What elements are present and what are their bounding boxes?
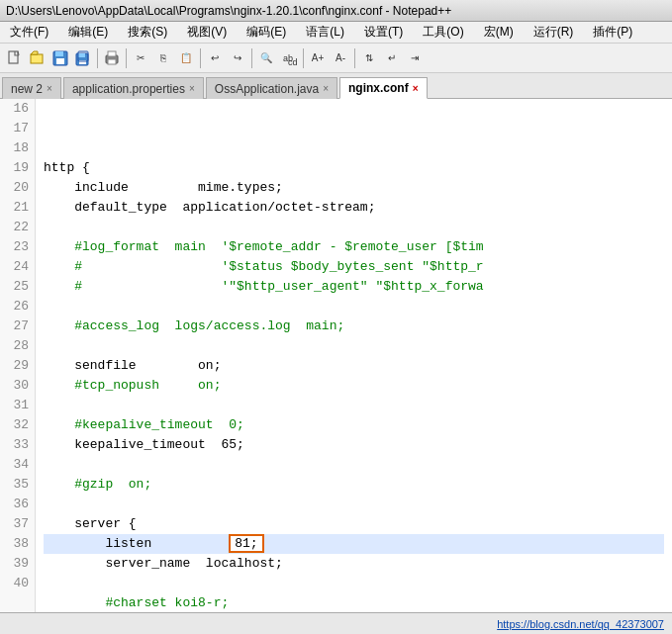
line-number: 33	[6, 435, 29, 455]
line-number: 24	[6, 257, 29, 277]
svg-rect-13	[108, 59, 116, 64]
line-number: 40	[6, 574, 29, 593]
tab[interactable]: OssApplication.java×	[206, 77, 337, 99]
line-number: 20	[6, 178, 29, 198]
svg-rect-12	[108, 51, 116, 56]
code-line: #tcp_nopush on;	[44, 376, 664, 396]
line-number: 23	[6, 237, 29, 257]
save-all-button[interactable]	[72, 47, 94, 69]
line-number: 37	[6, 514, 29, 534]
code-line: http {	[44, 158, 664, 178]
tab-close-btn[interactable]: ×	[47, 83, 52, 94]
toolbar-sep-1	[97, 48, 98, 68]
tab-close-btn[interactable]: ×	[189, 83, 195, 94]
code-line: #access_log logs/access.log main;	[44, 317, 664, 336]
paste-button[interactable]: 📋	[175, 47, 197, 69]
toolbar-sep-2	[126, 48, 127, 68]
title-text: D:\Users\Lenovo\AppData\Local\Programs\n…	[6, 4, 451, 18]
zoom-out-button[interactable]: A-	[330, 47, 351, 69]
wrap-button[interactable]: ↵	[381, 47, 403, 69]
find-button[interactable]: 🔍	[255, 47, 277, 69]
line-number: 28	[6, 336, 29, 356]
line-number: 18	[6, 138, 29, 158]
code-line	[44, 297, 664, 317]
print-button[interactable]	[101, 47, 123, 69]
toolbar: ✂ ⎘ 📋 ↩ ↪ 🔍 abcd A+ A- ⇅ ↵ ⇥	[0, 44, 672, 73]
tab-close-btn[interactable]: ×	[323, 83, 329, 94]
undo-button[interactable]: ↩	[204, 47, 226, 69]
code-line	[44, 495, 664, 514]
status-bar: https://blog.csdn.net/qq_42373007	[0, 612, 672, 634]
open-button[interactable]	[27, 47, 48, 69]
code-line: #charset koi8-r;	[44, 593, 664, 612]
line-number: 31	[6, 396, 29, 415]
code-line	[44, 218, 664, 237]
zoom-in-button[interactable]: A+	[307, 47, 329, 69]
code-line: server {	[44, 514, 664, 534]
svg-rect-8	[78, 53, 85, 57]
line-number: 26	[6, 297, 29, 317]
tab[interactable]: nginx.conf×	[339, 77, 428, 99]
menu-item[interactable]: 设置(T)	[358, 22, 409, 43]
code-content[interactable]: http { include mime.types; default_type …	[36, 99, 672, 612]
line-number: 27	[6, 317, 29, 336]
code-line: #keepalive_timeout 0;	[44, 415, 664, 435]
menu-item[interactable]: 搜索(S)	[122, 22, 173, 43]
code-line: listen 81;	[44, 534, 664, 554]
code-line	[44, 336, 664, 356]
line-number: 19	[6, 158, 29, 178]
code-line	[44, 455, 664, 475]
toolbar-sep-6	[354, 48, 355, 68]
svg-marker-3	[31, 51, 38, 54]
line-number: 30	[6, 376, 29, 396]
code-line: default_type application/octet-stream;	[44, 198, 664, 218]
title-bar: D:\Users\Lenovo\AppData\Local\Programs\n…	[0, 0, 672, 22]
status-link: https://blog.csdn.net/qq_42373007	[497, 618, 664, 630]
tab[interactable]: new 2×	[2, 77, 61, 99]
toolbar-sep-5	[303, 48, 304, 68]
copy-button[interactable]: ⎘	[152, 47, 174, 69]
code-line	[44, 396, 664, 415]
line-number: 36	[6, 495, 29, 514]
code-line: #gzip on;	[44, 475, 664, 495]
menu-item[interactable]: 工具(O)	[417, 22, 469, 43]
svg-rect-5	[55, 51, 63, 56]
code-line: server_name localhost;	[44, 554, 664, 574]
sync-button[interactable]: ⇅	[358, 47, 380, 69]
new-button[interactable]	[4, 47, 26, 69]
svg-text:cd: cd	[288, 57, 297, 66]
svg-rect-6	[56, 58, 64, 64]
menu-item[interactable]: 编辑(E)	[62, 22, 114, 43]
redo-button[interactable]: ↪	[227, 47, 248, 69]
listen-port-highlight: 81;	[229, 534, 263, 553]
code-line: # '"$http_user_agent" "$http_x_forwa	[44, 277, 664, 297]
indent-button[interactable]: ⇥	[404, 47, 426, 69]
line-number: 34	[6, 455, 29, 475]
menu-item[interactable]: 插件(P)	[587, 22, 638, 43]
code-area: 1617181920212223242526272829303132333435…	[0, 99, 672, 612]
menu-item[interactable]: 文件(F)	[4, 22, 54, 43]
tab[interactable]: application.properties×	[63, 77, 204, 99]
code-line: sendfile on;	[44, 356, 664, 376]
code-line: # '$status $body_bytes_sent "$http_r	[44, 257, 664, 277]
tab-close-btn[interactable]: ×	[413, 83, 419, 94]
line-number: 39	[6, 554, 29, 574]
menu-item[interactable]: 语言(L)	[300, 22, 350, 43]
save-button[interactable]	[49, 47, 71, 69]
code-line: keepalive_timeout 65;	[44, 435, 664, 455]
line-number: 32	[6, 415, 29, 435]
menu-item[interactable]: 视图(V)	[181, 22, 233, 43]
svg-rect-0	[9, 51, 18, 63]
menu-item[interactable]: 宏(M)	[478, 22, 520, 43]
line-number: 16	[6, 99, 29, 119]
line-numbers: 1617181920212223242526272829303132333435…	[0, 99, 36, 612]
menu-item[interactable]: 运行(R)	[528, 22, 580, 43]
menu-bar: 文件(F)编辑(E)搜索(S)视图(V)编码(E)语言(L)设置(T)工具(O)…	[0, 22, 672, 44]
line-number: 38	[6, 534, 29, 554]
menu-item[interactable]: 编码(E)	[240, 22, 292, 43]
line-number: 29	[6, 356, 29, 376]
toolbar-sep-3	[200, 48, 201, 68]
code-line: include mime.types;	[44, 178, 664, 198]
replace-button[interactable]: abcd	[278, 47, 300, 69]
cut-button[interactable]: ✂	[130, 47, 151, 69]
